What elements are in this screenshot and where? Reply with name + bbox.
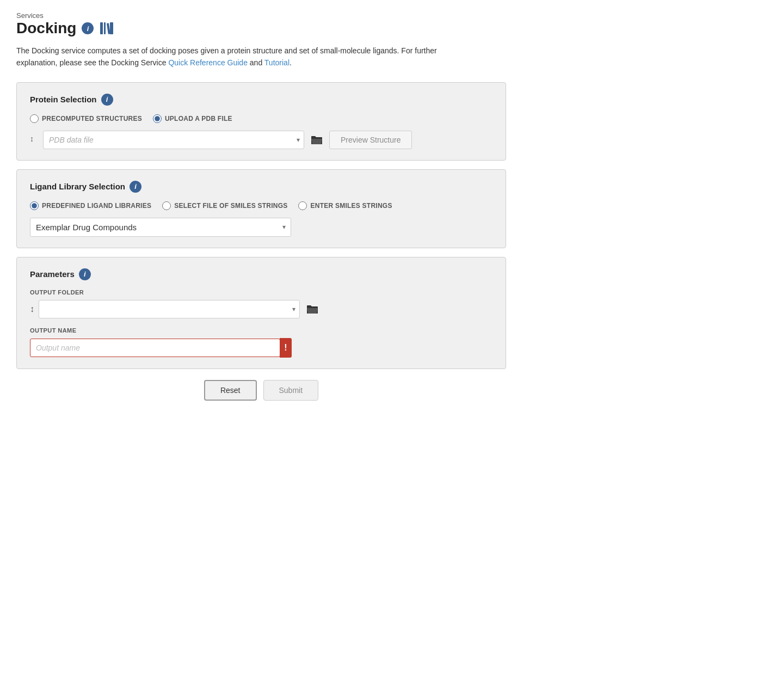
output-folder-row: ↕ ▾ [30, 300, 492, 318]
sort-icon: ↕ [30, 134, 39, 146]
quick-ref-link[interactable]: Quick Reference Guide [168, 58, 248, 67]
protein-info-icon[interactable]: i [101, 94, 113, 106]
ligand-library-label: Ligand Library Selection [30, 182, 125, 191]
output-folder-wrapper: ▾ [39, 300, 300, 318]
parameters-panel: Parameters i OUTPUT FOLDER ↕ ▾ OUTPUT NA… [16, 257, 506, 369]
page-title: Docking [16, 20, 76, 37]
protein-radio-group: PRECOMPUTED STRUCTURES UPLOAD A PDB FILE [30, 114, 492, 123]
protein-selection-panel: Protein Selection i PRECOMPUTED STRUCTUR… [16, 82, 506, 161]
submit-button[interactable]: Submit [263, 380, 319, 401]
ligand-library-panel: Ligand Library Selection i PREDEFINED LI… [16, 169, 506, 248]
radio-precomputed[interactable]: PRECOMPUTED STRUCTURES [30, 114, 142, 123]
parameters-info-icon[interactable]: i [79, 268, 91, 280]
reset-button[interactable]: Reset [204, 380, 257, 401]
radio-smiles-enter-input[interactable] [298, 201, 307, 210]
tutorial-link[interactable]: Tutorial [264, 58, 290, 67]
radio-precomputed-input[interactable] [30, 114, 39, 123]
page-description: The Docking service computes a set of do… [16, 45, 441, 69]
pdb-file-input[interactable] [43, 131, 304, 149]
title-info-icon[interactable]: i [82, 22, 94, 34]
ligand-library-title: Ligand Library Selection i [30, 181, 492, 193]
radio-smiles-enter[interactable]: ENTER SMILES STRINGS [298, 201, 392, 210]
radio-smiles-enter-label: ENTER SMILES STRINGS [310, 202, 392, 210]
svg-rect-1 [104, 22, 106, 34]
parameters-label: Parameters [30, 269, 75, 279]
radio-smiles-file-input[interactable] [162, 201, 171, 210]
radio-precomputed-label: PRECOMPUTED STRUCTURES [42, 115, 142, 122]
preview-structure-button[interactable]: Preview Structure [329, 131, 412, 149]
page-title-row: Docking i [16, 20, 760, 37]
radio-upload-label: UPLOAD A PDB FILE [165, 115, 232, 122]
radio-predefined-label: PREDEFINED LIGAND LIBRARIES [42, 202, 151, 210]
output-name-row: ! [30, 338, 492, 358]
output-folder-label: OUTPUT FOLDER [30, 289, 492, 296]
ligand-info-icon[interactable]: i [130, 181, 141, 193]
library-select[interactable]: Exemplar Drug Compounds FDA Approved Dru… [30, 218, 291, 237]
output-folder-button[interactable] [304, 302, 321, 317]
pdb-file-wrapper: ▾ [43, 131, 304, 149]
library-icon[interactable] [99, 21, 114, 35]
svg-text:↕: ↕ [30, 134, 34, 143]
output-name-label: OUTPUT NAME [30, 327, 492, 334]
radio-upload-input[interactable] [153, 114, 162, 123]
radio-predefined-input[interactable] [30, 201, 39, 210]
library-select-wrapper: Exemplar Drug Compounds FDA Approved Dru… [30, 218, 291, 237]
parameters-title: Parameters i [30, 268, 492, 280]
svg-rect-3 [110, 22, 113, 34]
output-folder-input[interactable] [39, 300, 300, 318]
protein-selection-label: Protein Selection [30, 95, 97, 104]
pdb-folder-button[interactable] [309, 132, 325, 148]
radio-upload-pdb[interactable]: UPLOAD A PDB FILE [153, 114, 232, 123]
radio-smiles-file[interactable]: SELECT FILE OF SMILES STRINGS [162, 201, 287, 210]
action-buttons-row: Reset Submit [16, 380, 506, 401]
ligand-radio-group: PREDEFINED LIGAND LIBRARIES SELECT FILE … [30, 201, 492, 210]
pdb-input-row: ↕ ▾ Preview Structure [30, 131, 492, 149]
output-sort-icon: ↕ [30, 304, 34, 314]
svg-rect-2 [107, 23, 110, 34]
required-indicator: ! [280, 338, 292, 358]
output-name-input[interactable] [30, 339, 280, 357]
radio-predefined[interactable]: PREDEFINED LIGAND LIBRARIES [30, 201, 151, 210]
protein-selection-title: Protein Selection i [30, 94, 492, 106]
breadcrumb-label: Services [16, 11, 44, 20]
radio-smiles-file-label: SELECT FILE OF SMILES STRINGS [174, 202, 287, 210]
services-breadcrumb: Services [16, 11, 760, 20]
svg-rect-0 [100, 22, 103, 34]
